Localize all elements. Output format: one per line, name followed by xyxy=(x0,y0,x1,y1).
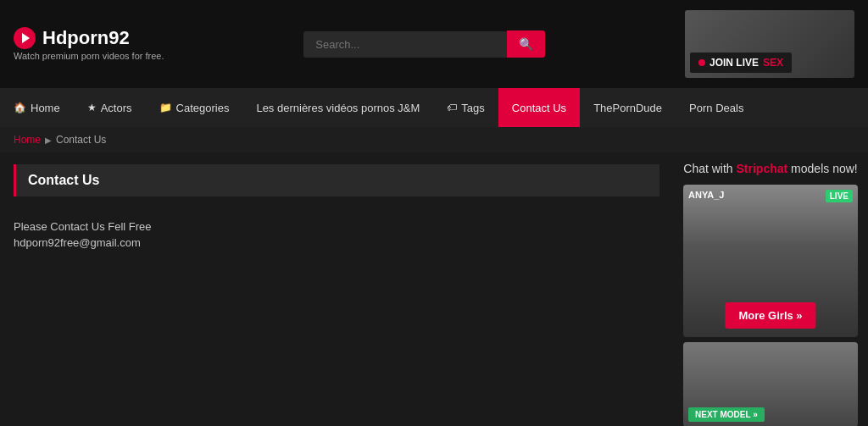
main-layout: Contact Us Please Contact Us Fell Free h… xyxy=(0,152,868,426)
site-tagline: Watch premium porn videos for free. xyxy=(14,51,164,61)
nav-item-contact[interactable]: Contact Us xyxy=(498,88,580,127)
nav-label-porndeals: Porn Deals xyxy=(689,102,743,114)
contact-email: hdporn92free@gmail.com xyxy=(14,236,659,249)
model-name: ANYA_J xyxy=(688,190,724,200)
search-area: 🔍 xyxy=(303,30,545,58)
home-icon: 🏠 xyxy=(14,102,26,113)
nav-label-latest: Les dernières vidéos pornos J&M xyxy=(256,102,420,114)
nav-item-theporndude[interactable]: ThePornDude xyxy=(580,88,676,127)
nav-item-tags[interactable]: 🏷 Tags xyxy=(433,88,498,127)
breadcrumb-current: Contact Us xyxy=(56,134,106,146)
contact-line1: Please Contact Us Fell Free xyxy=(14,217,659,236)
nav-label-contact: Contact Us xyxy=(512,102,566,114)
nav-label-theporndude: ThePornDude xyxy=(593,102,662,114)
sidebar: Chat with Stripchat models now! ANYA_J L… xyxy=(673,152,868,426)
nav-label-home: Home xyxy=(31,102,60,114)
search-input[interactable] xyxy=(303,31,507,58)
chat-suffix: models now! xyxy=(787,162,857,175)
categories-icon: 📁 xyxy=(159,102,172,113)
page-title-bar: Contact Us xyxy=(14,164,659,196)
nav: 🏠 Home ★ Actors 📁 Categories Les dernièr… xyxy=(0,88,868,127)
page-title: Contact Us xyxy=(28,173,99,188)
live-badge: LIVE xyxy=(826,190,853,202)
contact-info: Please Contact Us Fell Free hdporn92free… xyxy=(14,213,659,252)
model-preview[interactable]: ANYA_J LIVE More Girls » xyxy=(683,185,858,337)
join-live-button: JOIN LIVE SEX xyxy=(690,53,792,73)
stripchat-label: Stripchat xyxy=(737,162,788,175)
nav-item-latest[interactable]: Les dernières vidéos pornos J&M xyxy=(242,88,433,127)
banner-inner: JOIN LIVE SEX xyxy=(685,10,854,78)
model-preview2[interactable]: NEXT MODEL » xyxy=(683,342,858,426)
play-icon xyxy=(14,27,36,49)
join-label: JOIN LIVE xyxy=(709,57,759,69)
nav-item-categories[interactable]: 📁 Categories xyxy=(146,88,243,127)
sex-label: SEX xyxy=(763,57,783,69)
breadcrumb-home[interactable]: Home xyxy=(14,134,41,146)
nav-item-actors[interactable]: ★ Actors xyxy=(74,88,146,127)
logo-area: Hdporn92 Watch premium porn videos for f… xyxy=(14,27,164,61)
next-model-button[interactable]: NEXT MODEL » xyxy=(688,407,765,422)
nav-label-actors: Actors xyxy=(101,102,132,114)
header: Hdporn92 Watch premium porn videos for f… xyxy=(0,0,868,88)
logo-title: Hdporn92 xyxy=(14,27,164,49)
live-dot xyxy=(698,59,705,66)
actors-icon: ★ xyxy=(87,102,97,113)
search-button[interactable]: 🔍 xyxy=(507,30,545,58)
nav-item-porndeals[interactable]: Porn Deals xyxy=(676,88,757,127)
nav-label-categories: Categories xyxy=(176,102,230,114)
nav-item-home[interactable]: 🏠 Home xyxy=(0,88,74,127)
chat-prefix: Chat with xyxy=(683,162,736,175)
breadcrumb: Home ▶ Contact Us xyxy=(0,127,868,152)
sidebar-chat-text: Chat with Stripchat models now! xyxy=(683,161,858,178)
logo-text: Hdporn92 xyxy=(42,27,130,49)
more-girls-button[interactable]: More Girls » xyxy=(725,302,815,329)
content-area: Contact Us Please Contact Us Fell Free h… xyxy=(0,152,673,426)
banner-area[interactable]: JOIN LIVE SEX xyxy=(685,10,854,78)
nav-label-tags: Tags xyxy=(461,102,484,114)
tags-icon: 🏷 xyxy=(447,102,457,113)
breadcrumb-separator: ▶ xyxy=(45,136,52,145)
